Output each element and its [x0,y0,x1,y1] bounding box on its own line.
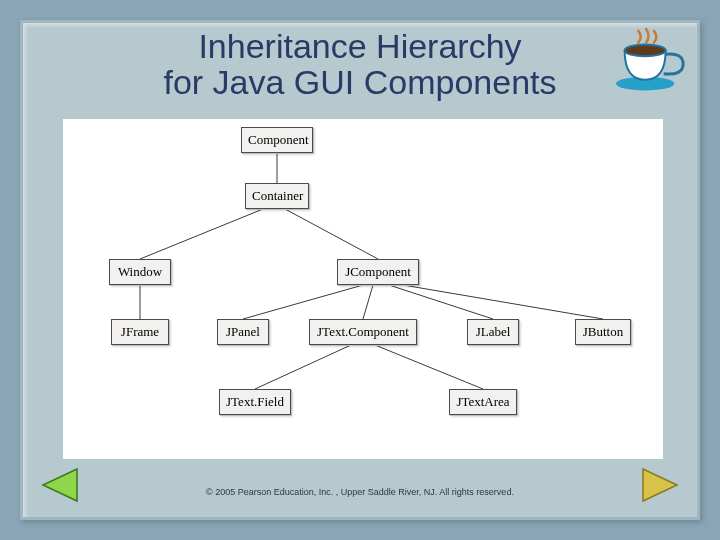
node-jcomponent: JComponent [337,259,419,285]
svg-marker-13 [643,469,677,501]
node-jbutton: JButton [575,319,631,345]
svg-line-7 [363,285,373,319]
node-container: Container [245,183,309,209]
prev-button[interactable] [37,465,81,509]
svg-marker-12 [43,469,77,501]
node-jtextcomponent: JText.Component [309,319,417,345]
svg-point-1 [625,45,666,57]
svg-line-4 [285,209,378,259]
svg-line-8 [389,285,493,319]
title-line-2: for Java GUI Components [163,63,556,101]
slide: Inheritance Hierarchy for Java GUI Compo… [20,20,700,520]
slide-title: Inheritance Hierarchy for Java GUI Compo… [23,29,697,100]
coffee-cup-icon [611,27,689,95]
hierarchy-diagram: Component Container Window JComponent JF… [63,119,663,459]
node-component: Component [241,127,313,153]
node-jpanel: JPanel [217,319,269,345]
node-jlabel: JLabel [467,319,519,345]
svg-line-11 [375,345,483,389]
arrow-left-icon [37,465,81,505]
title-line-1: Inheritance Hierarchy [198,27,521,65]
svg-line-10 [255,345,351,389]
arrow-right-icon [639,465,683,505]
copyright-footer: © 2005 Pearson Education, Inc. , Upper S… [23,487,697,497]
svg-line-6 [243,285,363,319]
node-window: Window [109,259,171,285]
diagram-panel: Component Container Window JComponent JF… [63,119,663,459]
next-button[interactable] [639,465,683,509]
svg-line-9 [403,285,603,319]
connector-lines [63,119,663,459]
node-jframe: JFrame [111,319,169,345]
node-jtextfield: JText.Field [219,389,291,415]
node-jtextarea: JTextArea [449,389,517,415]
svg-line-3 [140,209,263,259]
